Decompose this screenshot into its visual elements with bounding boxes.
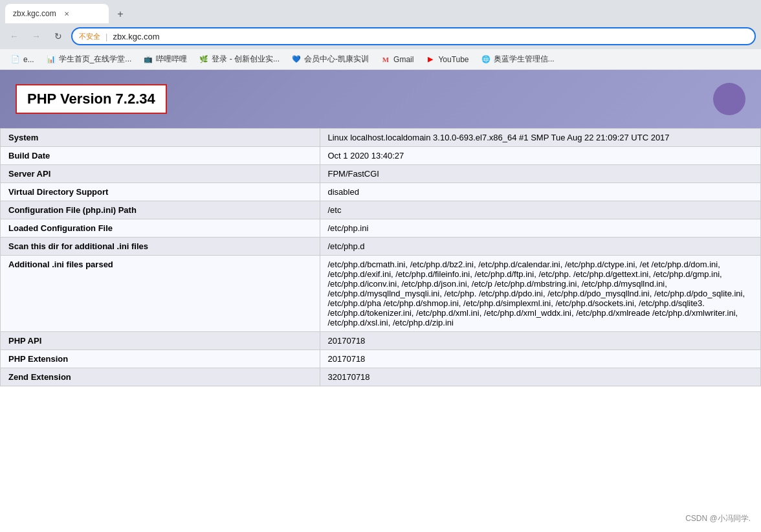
bookmark-item-7[interactable]: 🌐 奥蓝学生管理信... [476, 52, 560, 67]
table-key-8: PHP API [1, 332, 320, 350]
bookmark-icon-3: 🌿 [199, 54, 209, 65]
address-separator: | [105, 32, 107, 41]
table-value-0: Linux localhost.localdomain 3.10.0-693.e… [320, 129, 761, 147]
table-key-1: Build Date [1, 147, 320, 165]
tab-close-button[interactable]: ✕ [61, 8, 72, 19]
forward-button[interactable]: → [27, 27, 45, 45]
bookmark-item-6[interactable]: ▶ YouTube [420, 52, 474, 67]
table-value-4: /etc [320, 201, 761, 219]
table-key-4: Configuration File (php.ini) Path [1, 201, 320, 219]
bookmark-label-5: Gmail [393, 55, 414, 64]
table-key-6: Scan this dir for additional .ini files [1, 238, 320, 256]
table-value-9: 20170718 [320, 350, 761, 368]
bookmark-label-4: 会员中心-凯康实训 [304, 54, 369, 65]
address-url: zbx.kgc.com [113, 32, 748, 41]
table-key-9: PHP Extension [1, 350, 320, 368]
table-value-6: /etc/php.d [320, 238, 761, 256]
table-row: Virtual Directory Supportdisabled [1, 183, 761, 201]
table-row: SystemLinux localhost.localdomain 3.10.0… [1, 129, 761, 147]
address-bar[interactable]: 不安全 | zbx.kgc.com [71, 27, 756, 45]
refresh-icon: ↻ [54, 31, 62, 41]
php-version-text: PHP Version 7.2.34 [27, 91, 155, 107]
bookmark-item-4[interactable]: 💙 会员中心-凯康实训 [286, 52, 374, 67]
table-row: PHP API20170718 [1, 332, 761, 350]
security-warning: 不安全 [79, 32, 100, 41]
php-header-banner: PHP Version 7.2.34 [0, 70, 761, 128]
bookmark-label-6: YouTube [438, 55, 469, 64]
new-tab-button[interactable]: + [111, 5, 129, 23]
bookmark-icon-4: 💙 [291, 54, 302, 65]
bookmark-label-2: 哔哩哔哩 [156, 54, 187, 65]
bookmark-item-2[interactable]: 📺 哔哩哔哩 [138, 52, 192, 67]
bookmark-icon-2: 📺 [143, 54, 153, 65]
bookmark-label-7: 奥蓝学生管理信... [494, 54, 555, 65]
back-button[interactable]: ← [5, 27, 23, 45]
bookmark-icon-7: 🌐 [481, 54, 491, 65]
table-key-5: Loaded Configuration File [1, 219, 320, 238]
bookmark-item-1[interactable]: 📊 学生首页_在线学堂... [41, 52, 137, 67]
bookmark-item-3[interactable]: 🌿 登录 - 创新创业实... [193, 52, 285, 67]
table-row: Zend Extension320170718 [1, 368, 761, 386]
table-row: Additional .ini files parsed/etc/php.d/b… [1, 256, 761, 332]
new-tab-icon: + [117, 8, 123, 20]
table-row: Loaded Configuration File/etc/php.ini [1, 219, 761, 238]
active-tab[interactable]: zbx.kgc.com ✕ [5, 4, 109, 23]
table-key-3: Virtual Directory Support [1, 183, 320, 201]
bookmark-label-3: 登录 - 创新创业实... [212, 54, 280, 65]
table-value-8: 20170718 [320, 332, 761, 350]
table-key-10: Zend Extension [1, 368, 320, 386]
tab-label: zbx.kgc.com [13, 9, 56, 18]
bookmark-label-0: e... [23, 55, 34, 64]
bookmark-icon-0: 📄 [10, 54, 21, 65]
table-row: PHP Extension20170718 [1, 350, 761, 368]
bookmark-item-5[interactable]: M Gmail [375, 52, 419, 67]
bookmark-label-1: 学生首页_在线学堂... [59, 54, 132, 65]
table-row: Server APIFPM/FastCGI [1, 165, 761, 183]
table-value-2: FPM/FastCGI [320, 165, 761, 183]
bookmark-icon-1: 📊 [46, 54, 56, 65]
address-bar-row: ← → ↻ 不安全 | zbx.kgc.com [0, 23, 761, 49]
table-value-10: 320170718 [320, 368, 761, 386]
bookmarks-bar: 📄 e... 📊 学生首页_在线学堂... 📺 哔哩哔哩 🌿 登录 - 创新创业… [0, 49, 761, 70]
table-key-2: Server API [1, 165, 320, 183]
page-content: PHP Version 7.2.34 SystemLinux localhost… [0, 70, 761, 386]
browser-window: zbx.kgc.com ✕ + ← → ↻ 不安全 | zbx.kgc.com … [0, 0, 761, 70]
php-logo [713, 83, 745, 115]
php-version-box: PHP Version 7.2.34 [16, 84, 167, 114]
table-key-7: Additional .ini files parsed [1, 256, 320, 332]
tab-bar: zbx.kgc.com ✕ + [0, 0, 761, 23]
table-row: Build DateOct 1 2020 13:40:27 [1, 147, 761, 165]
table-value-3: disabled [320, 183, 761, 201]
refresh-button[interactable]: ↻ [49, 27, 67, 45]
table-value-1: Oct 1 2020 13:40:27 [320, 147, 761, 165]
bookmark-icon-5: M [380, 54, 391, 65]
forward-icon: → [32, 31, 41, 41]
table-value-5: /etc/php.ini [320, 219, 761, 238]
table-value-7: /etc/php.d/bcmath.ini, /etc/php.d/bz2.in… [320, 256, 761, 332]
back-icon: ← [10, 31, 19, 41]
table-row: Scan this dir for additional .ini files/… [1, 238, 761, 256]
bookmark-icon-6: ▶ [425, 54, 436, 65]
table-row: Configuration File (php.ini) Path/etc [1, 201, 761, 219]
table-key-0: System [1, 129, 320, 147]
bookmark-item-0[interactable]: 📄 e... [5, 52, 39, 67]
php-info-table: SystemLinux localhost.localdomain 3.10.0… [0, 128, 761, 386]
